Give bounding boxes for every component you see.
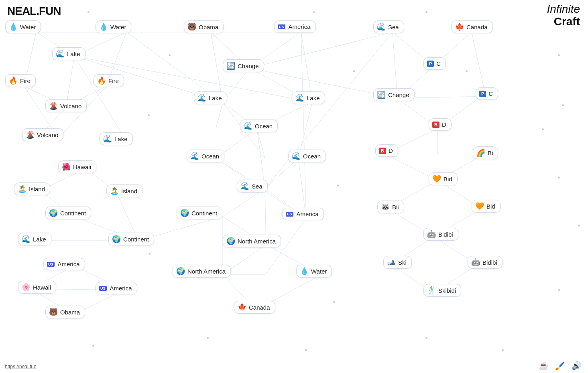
craft-item-bid2[interactable]: 🧡 Bid (472, 200, 501, 213)
us-flag: US (278, 24, 286, 29)
craft-item-lake3[interactable]: 🌊 Lake (292, 91, 325, 104)
item-label: Continent (191, 210, 217, 217)
item-label: Skibidi (438, 287, 456, 294)
craft-item-obama2[interactable]: 🐻 Obama (45, 306, 85, 318)
craft-item-pc2[interactable]: P C (476, 87, 498, 100)
background-dot (502, 349, 504, 351)
craft-item-continent2[interactable]: 🌍 Continent (177, 207, 222, 219)
craft-item-ocean2[interactable]: 🌊 Ocean (187, 150, 224, 162)
item-emoji: 🧡 (475, 203, 484, 210)
craft-item-canada1[interactable]: 🍁 Canada (452, 20, 493, 33)
item-emoji: 🐻 (49, 308, 58, 316)
craft-item-america3[interactable]: US America (43, 258, 85, 270)
app-title: Infinite Craft (547, 3, 580, 28)
craft-item-hawaii2[interactable]: 🌸 Hawaii (18, 281, 56, 294)
craft-item-bd1[interactable]: B D (429, 118, 452, 131)
craft-item-lake2[interactable]: 🌊 Lake (194, 91, 227, 104)
background-dot (425, 337, 427, 339)
item-emoji: 💧 (9, 23, 18, 30)
item-label: Bi (488, 150, 493, 156)
craft-item-water3[interactable]: 💧 Water (296, 265, 332, 278)
b-badge: B (432, 122, 439, 128)
craft-item-island1[interactable]: 🏝️ Island (14, 182, 50, 195)
craft-item-continent1[interactable]: 🌍 Continent (45, 207, 91, 219)
item-label: Change (238, 63, 259, 69)
craft-item-island2[interactable]: 🏝️ Island (106, 184, 142, 197)
item-emoji: 🌊 (190, 152, 199, 160)
craft-item-change2[interactable]: 🔄 Change (373, 88, 415, 101)
craft-item-change1[interactable]: 🔄 Change (223, 59, 264, 72)
craft-item-water1[interactable]: 💧 Water (5, 20, 41, 33)
craft-item-america2[interactable]: US America (282, 208, 324, 220)
craft-item-america4[interactable]: US America (96, 282, 137, 294)
svg-line-27 (472, 32, 486, 96)
coffee-icon[interactable]: ☕ (539, 361, 549, 371)
site-link[interactable]: https://neal.fun (5, 364, 37, 369)
background-dot (92, 345, 94, 347)
craft-item-lake5[interactable]: 🌊 Lake (18, 233, 51, 245)
craft-item-volcano1[interactable]: 🌋 Volcano (45, 99, 87, 112)
brush-icon[interactable]: 🖌️ (555, 361, 565, 371)
item-emoji: 🐻 (187, 23, 196, 30)
craft-item-northamerica1[interactable]: 🌍 North America (223, 235, 281, 247)
item-label: Water (110, 24, 126, 30)
us-flag: US (286, 212, 294, 217)
craft-item-bii1[interactable]: 🦝 Bii (377, 201, 404, 213)
item-emoji: 🌊 (56, 50, 65, 57)
item-label: Volcano (60, 103, 81, 109)
craft-item-ocean3[interactable]: 🌊 Ocean (288, 150, 326, 162)
craft-item-america1[interactable]: US America (274, 20, 316, 33)
item-emoji: 🔥 (9, 77, 18, 84)
item-label: Water (20, 24, 36, 30)
craft-item-bid1[interactable]: 🧡 Bid (429, 172, 458, 185)
svg-line-40 (257, 128, 265, 158)
craft-item-lake4[interactable]: 🌊 Lake (100, 132, 133, 145)
craft-item-bd2[interactable]: B D (375, 144, 398, 157)
item-emoji: 🌋 (49, 102, 58, 109)
craft-item-fire2[interactable]: 🔥 Fire (94, 74, 124, 87)
craft-item-lake1[interactable]: 🌊 Lake (52, 47, 85, 60)
craft-item-northamerica2[interactable]: 🌍 North America (173, 265, 231, 278)
craft-item-ski1[interactable]: 🎿 Ski (383, 256, 412, 269)
item-label: Lake (33, 236, 46, 243)
item-emoji: 🌊 (103, 135, 112, 142)
app-title-infinite: Infinite (547, 3, 580, 16)
us-flag: US (47, 262, 55, 267)
item-label: Change (388, 91, 409, 98)
craft-item-volcano2[interactable]: 🌋 Volcano (22, 128, 63, 141)
b-badge: B (379, 148, 386, 154)
item-emoji: 🧡 (432, 175, 441, 182)
craft-item-sea2[interactable]: 🌊 Sea (237, 180, 268, 193)
item-label: C (436, 60, 441, 67)
item-emoji: 🍁 (238, 304, 246, 311)
item-label: Hawaii (73, 164, 91, 170)
background-dot (87, 11, 90, 13)
item-label: Ocean (255, 123, 273, 130)
background-dot (562, 104, 564, 106)
craft-item-bi1[interactable]: 🌈 Bi (473, 146, 498, 159)
craft-item-obama1[interactable]: 🐻 Obama (184, 20, 224, 33)
craft-item-sea1[interactable]: 🌊 Sea (373, 20, 404, 33)
craft-item-skibidi1[interactable]: 🕺 Skibidi (423, 284, 461, 297)
craft-item-hawaii1[interactable]: 🌺 Hawaii (58, 160, 96, 173)
craft-item-fire1[interactable]: 🔥 Fire (5, 74, 36, 87)
craft-item-pc1[interactable]: P C (423, 57, 446, 70)
background-dot (425, 11, 427, 13)
item-emoji: 🌊 (292, 152, 301, 160)
item-emoji: 🔄 (377, 91, 386, 98)
craft-item-bidibi1[interactable]: 🤖 Bidibi (423, 228, 458, 241)
item-label: Island (29, 186, 45, 193)
svg-line-25 (265, 32, 393, 189)
item-label: Obama (199, 24, 218, 30)
item-label: Water (311, 268, 327, 275)
item-label: D (442, 121, 446, 128)
svg-line-21 (301, 32, 306, 219)
sound-icon[interactable]: 🔊 (572, 361, 582, 371)
craft-item-bidibi2[interactable]: 🤖 Bidibi (468, 256, 503, 269)
item-label: Bii (392, 204, 399, 211)
craft-item-continent3[interactable]: 🌍 Continent (108, 233, 154, 245)
craft-item-ocean1[interactable]: 🌊 Ocean (240, 120, 278, 132)
craft-item-canada2[interactable]: 🍁 Canada (234, 301, 275, 314)
craft-item-water2[interactable]: 💧 Water (96, 20, 131, 33)
item-label: North America (238, 238, 276, 245)
